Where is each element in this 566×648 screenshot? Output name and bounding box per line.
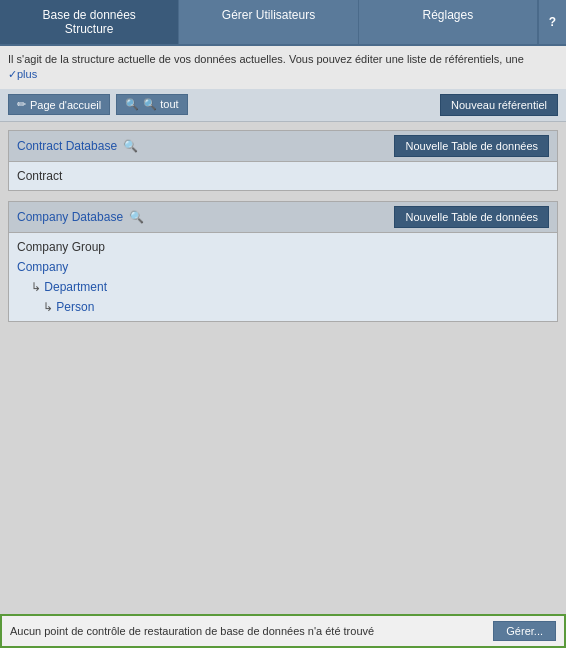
indent-arrow-department: ↳ xyxy=(31,280,41,294)
company-link[interactable]: Company xyxy=(17,260,68,274)
list-item: ↳ Person xyxy=(17,297,549,317)
contract-db-link[interactable]: Contract Database xyxy=(17,139,117,153)
tab-structure-line2: Structure xyxy=(12,22,166,36)
contract-db-name: Contract Database xyxy=(17,139,117,153)
tab-structure-line1: Base de données xyxy=(12,8,166,22)
company-name: Company xyxy=(17,260,68,274)
tab-settings[interactable]: Réglages xyxy=(359,0,538,44)
checkmark-icon: ✓ xyxy=(8,68,17,80)
person-name: Person xyxy=(56,300,94,314)
list-item: Company Group xyxy=(17,237,549,257)
status-text: Aucun point de contrôle de restauration … xyxy=(10,625,374,637)
list-item: Company xyxy=(17,257,549,277)
company-db-header: Company Database 🔍 Nouvelle Table de don… xyxy=(9,202,557,233)
company-new-table-label: Nouvelle Table de données xyxy=(405,211,538,223)
contract-db-search-icon[interactable]: 🔍 xyxy=(123,139,138,153)
tab-structure[interactable]: Base de données Structure xyxy=(0,0,179,44)
department-name: Department xyxy=(44,280,107,294)
person-link[interactable]: Person xyxy=(56,300,94,314)
contract-db-header-left: Contract Database 🔍 xyxy=(17,139,138,153)
new-referential-button[interactable]: Nouveau référentiel xyxy=(440,94,558,116)
company-db-section: Company Database 🔍 Nouvelle Table de don… xyxy=(8,201,558,322)
gerer-label: Gérer... xyxy=(506,625,543,637)
help-icon: ? xyxy=(549,15,556,29)
contract-table-name: Contract xyxy=(17,169,62,183)
home-icon: ✏ xyxy=(17,98,26,111)
company-db-link[interactable]: Company Database xyxy=(17,210,123,224)
company-group-name: Company Group xyxy=(17,240,105,254)
company-db-body: Company Group Company ↳ Department ↳ Per… xyxy=(9,233,557,321)
home-button[interactable]: ✏ Page d'accueil xyxy=(8,94,110,115)
main-content: Contract Database 🔍 Nouvelle Table de do… xyxy=(0,122,566,340)
list-item: ↳ Department xyxy=(17,277,549,297)
tab-users[interactable]: Gérer Utilisateurs xyxy=(179,0,358,44)
all-button[interactable]: 🔍 🔍 tout xyxy=(116,94,187,115)
home-label: Page d'accueil xyxy=(30,99,101,111)
search-all-icon: 🔍 xyxy=(125,98,139,111)
info-bar: Il s'agit de la structure actuelle de vo… xyxy=(0,46,566,89)
company-new-table-button[interactable]: Nouvelle Table de données xyxy=(394,206,549,228)
gerer-button[interactable]: Gérer... xyxy=(493,621,556,641)
tab-users-label: Gérer Utilisateurs xyxy=(191,8,345,22)
info-text: Il s'agit de la structure actuelle de vo… xyxy=(8,53,524,65)
department-link[interactable]: Department xyxy=(44,280,107,294)
toolbar: ✏ Page d'accueil 🔍 🔍 tout Nouveau référe… xyxy=(0,89,566,122)
status-bar: Aucun point de contrôle de restauration … xyxy=(0,614,566,648)
header-tabs: Base de données Structure Gérer Utilisat… xyxy=(0,0,566,46)
contract-db-header: Contract Database 🔍 Nouvelle Table de do… xyxy=(9,131,557,162)
contract-new-table-label: Nouvelle Table de données xyxy=(405,140,538,152)
new-referential-label: Nouveau référentiel xyxy=(451,99,547,111)
help-button[interactable]: ? xyxy=(538,0,566,44)
company-db-name: Company Database xyxy=(17,210,123,224)
tab-settings-label: Réglages xyxy=(371,8,525,22)
company-db-header-left: Company Database 🔍 xyxy=(17,210,144,224)
table-row: Contract xyxy=(17,166,549,186)
contract-db-section: Contract Database 🔍 Nouvelle Table de do… xyxy=(8,130,558,191)
all-label: 🔍 tout xyxy=(143,98,178,111)
contract-db-body: Contract xyxy=(9,162,557,190)
info-more-link[interactable]: ✓plus xyxy=(8,68,37,80)
contract-new-table-button[interactable]: Nouvelle Table de données xyxy=(394,135,549,157)
company-db-search-icon[interactable]: 🔍 xyxy=(129,210,144,224)
indent-arrow-person: ↳ xyxy=(43,300,53,314)
